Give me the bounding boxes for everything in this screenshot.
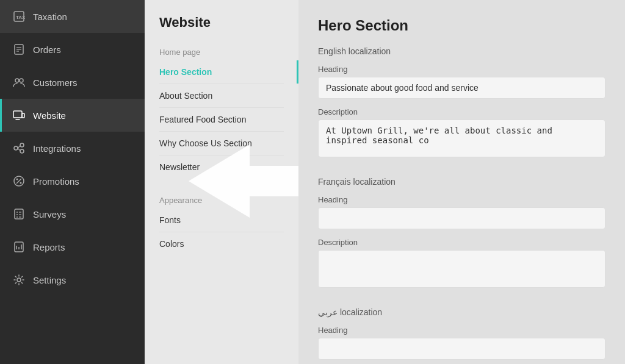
svg-point-21 <box>16 212 18 213</box>
heading-label-en: Heading <box>318 65 605 74</box>
sidebar: TAX Taxation Orders Customers <box>0 0 145 364</box>
sidebar-item-website[interactable]: Website <box>0 99 145 132</box>
svg-line-14 <box>18 146 20 148</box>
section-item-fonts[interactable]: Fonts <box>159 209 284 232</box>
svg-point-7 <box>20 79 23 82</box>
sidebar-item-label: Orders <box>33 45 61 55</box>
sidebar-item-surveys[interactable]: Surveys <box>0 198 145 230</box>
heading-input-en[interactable] <box>318 77 605 99</box>
arabic-localization-label: عربي localization <box>318 307 605 317</box>
sidebar-item-label: Integrations <box>33 143 81 154</box>
svg-point-6 <box>15 79 19 82</box>
sidebar-item-label: Taxation <box>33 12 67 22</box>
heading-input-ar[interactable] <box>318 338 605 360</box>
svg-point-12 <box>20 143 24 147</box>
description-label-fr: Description <box>318 238 605 247</box>
svg-rect-20 <box>15 209 23 219</box>
english-localization-label: English localization <box>318 46 605 56</box>
description-field-group-en: Description <box>318 107 605 160</box>
surveys-icon <box>12 207 26 221</box>
svg-point-11 <box>14 146 18 150</box>
section-item-featured-food-section[interactable]: Featured Food Section <box>159 108 284 132</box>
settings-icon <box>12 273 26 287</box>
heading-field-group-en: Heading <box>318 65 605 99</box>
section-item-why-choose-us-section[interactable]: Why Choose Us Section <box>159 132 284 155</box>
heading-field-group-ar: Heading <box>318 326 605 360</box>
description-textarea-fr[interactable] <box>318 250 605 288</box>
francais-localization-label: Français localization <box>318 177 605 187</box>
sidebar-item-reports[interactable]: Reports <box>0 230 145 263</box>
description-textarea-en[interactable] <box>318 120 605 157</box>
description-label-en: Description <box>318 107 605 116</box>
section-item-newsletter[interactable]: Newsletter <box>159 155 284 179</box>
sidebar-item-label: Settings <box>33 275 66 285</box>
sidebar-item-label: Website <box>33 110 66 121</box>
francais-localization-block: Français localization Heading Descriptio… <box>318 177 605 290</box>
section-group-appearance: Appearance Fonts Colors <box>145 191 298 258</box>
section-item-about-section[interactable]: About Section <box>159 84 284 108</box>
section-group-homepage: Home page Hero Section About Section Fea… <box>145 43 298 181</box>
svg-point-19 <box>20 182 22 184</box>
sidebar-item-integrations[interactable]: Integrations <box>0 132 145 165</box>
svg-rect-8 <box>13 111 22 118</box>
customers-icon <box>12 76 26 89</box>
svg-point-31 <box>17 278 21 282</box>
sidebar-item-label: Promotions <box>33 176 79 187</box>
heading-field-group-fr: Heading <box>318 195 605 229</box>
svg-point-25 <box>16 216 18 218</box>
heading-label-fr: Heading <box>318 195 605 204</box>
promotions-icon <box>12 174 26 188</box>
website-panel: Website Home page Hero Section About Sec… <box>145 0 298 364</box>
section-item-colors[interactable]: Colors <box>159 232 284 255</box>
reports-icon <box>12 240 26 254</box>
arabic-localization-block: عربي localization Heading <box>318 307 605 360</box>
tax-icon: TAX <box>12 10 26 23</box>
section-group-label: Home page <box>159 48 284 57</box>
svg-text:TAX: TAX <box>16 15 25 20</box>
description-field-group-fr: Description <box>318 238 605 290</box>
svg-point-23 <box>16 214 18 215</box>
panel-title: Website <box>145 15 298 43</box>
heading-input-fr[interactable] <box>318 207 605 229</box>
content-title: Hero Section <box>318 17 605 34</box>
svg-rect-9 <box>22 113 24 118</box>
svg-point-18 <box>16 179 18 180</box>
sidebar-item-orders[interactable]: Orders <box>0 33 145 66</box>
orders-icon <box>12 43 26 56</box>
sidebar-item-promotions[interactable]: Promotions <box>0 165 145 198</box>
integrations-icon <box>12 141 26 155</box>
svg-line-15 <box>18 148 20 151</box>
english-localization-block: English localization Heading Description <box>318 46 605 160</box>
section-group-label: Appearance <box>159 196 284 205</box>
sidebar-item-label: Reports <box>33 242 65 252</box>
sidebar-item-settings[interactable]: Settings <box>0 263 145 296</box>
section-item-hero-section[interactable]: Hero Section <box>159 60 284 84</box>
website-icon <box>12 109 26 122</box>
sidebar-item-customers[interactable]: Customers <box>0 66 145 99</box>
sidebar-item-label: Customers <box>33 77 78 88</box>
heading-label-ar: Heading <box>318 326 605 335</box>
sidebar-item-label: Surveys <box>33 209 66 219</box>
sidebar-item-taxation[interactable]: TAX Taxation <box>0 0 145 33</box>
svg-point-13 <box>20 149 24 153</box>
content-panel: Hero Section English localization Headin… <box>298 0 625 364</box>
